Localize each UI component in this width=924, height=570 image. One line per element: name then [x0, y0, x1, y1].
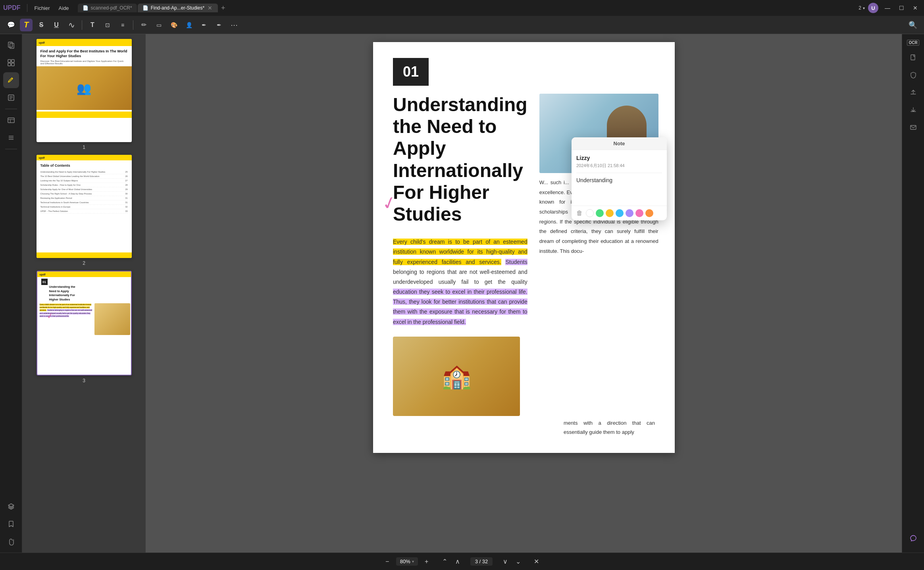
color-blue[interactable]: [616, 209, 624, 217]
right-panel: OCR: [902, 34, 924, 553]
pencil-tool[interactable]: ✏: [137, 19, 150, 31]
page-count-display: 2 ▾: [859, 5, 865, 11]
wavy-underline-tool[interactable]: ∿: [65, 19, 78, 31]
rpanel-download[interactable]: [905, 102, 921, 118]
rpanel-chat[interactable]: [905, 530, 921, 546]
tab-find[interactable]: 📄 Find-and-Ap...er-Studies* ✕: [138, 4, 218, 12]
current-page[interactable]: 3: [475, 558, 478, 564]
note-content[interactable]: Understanding: [576, 177, 662, 201]
svg-rect-4: [8, 63, 11, 66]
sidebar-icon-thumbnails[interactable]: [3, 55, 19, 71]
tab-close-icon[interactable]: ✕: [207, 5, 213, 11]
text-tool[interactable]: T: [86, 19, 99, 31]
titlebar-right: 2 ▾ U — ☐ ✕: [859, 3, 921, 13]
thumb2-num: 2: [83, 260, 85, 266]
search-tool[interactable]: 🔍: [907, 19, 919, 31]
signature-tool[interactable]: ✒: [198, 19, 210, 31]
thumbnail-1[interactable]: updf Find and Apply For the Best Institu…: [27, 39, 141, 150]
toc-item-2: The 10 Best Global Universities Leading …: [40, 174, 128, 179]
sidebar-icon-annotate[interactable]: [3, 72, 19, 88]
svg-rect-10: [8, 118, 14, 123]
menu-aide[interactable]: Aide: [55, 4, 73, 13]
new-tab-button[interactable]: +: [219, 4, 228, 12]
sidebar-icon-bookmark[interactable]: [3, 516, 19, 532]
sidebar-icon-pages[interactable]: [3, 37, 19, 53]
sidebar-icon-layers[interactable]: [3, 499, 19, 514]
svg-rect-5: [12, 63, 14, 66]
nav-next-button[interactable]: ∨: [500, 556, 511, 567]
minimize-button[interactable]: —: [882, 4, 893, 12]
window-controls: — ☐ ✕: [882, 4, 921, 12]
rpanel-extract[interactable]: [905, 50, 921, 65]
pen2-tool[interactable]: ✒: [213, 19, 225, 31]
toc-item-5: Scholarship Apply for One of Most Global…: [40, 187, 128, 192]
strikethrough-tool[interactable]: S: [35, 19, 48, 31]
tabs-bar: 📄 scanned-pdf_OCR* 📄 Find-and-Ap...er-St…: [78, 4, 854, 12]
svg-rect-16: [911, 55, 915, 60]
nav-controls-down: ∨ ⌄: [500, 556, 524, 567]
nav-controls: ⌃ ∧: [439, 556, 463, 567]
color-purple[interactable]: [626, 209, 633, 217]
zoom-out-button[interactable]: −: [382, 556, 393, 567]
underline-tool[interactable]: U: [50, 19, 63, 31]
color-orange[interactable]: [645, 209, 653, 217]
rpanel-protect[interactable]: [905, 67, 921, 83]
svg-rect-3: [12, 60, 14, 62]
textbox-tool[interactable]: ⊡: [101, 19, 114, 31]
close-button[interactable]: ✕: [910, 4, 921, 12]
thumb1-subtitle: Discover The Best Educational Institute …: [37, 60, 132, 66]
rpanel-share[interactable]: [905, 85, 921, 100]
rpanel-mail[interactable]: [905, 119, 921, 135]
more-tool[interactable]: ⋯: [228, 19, 241, 31]
nav-first-button[interactable]: ⌃: [439, 556, 450, 567]
note-footer: 🗑: [572, 206, 667, 220]
align-tool[interactable]: ≡: [116, 19, 129, 31]
highlight-tool[interactable]: T: [20, 19, 33, 31]
thumbnail-panel: updf Find and Apply For the Best Institu…: [22, 34, 146, 553]
user-avatar[interactable]: U: [868, 3, 878, 13]
maximize-button[interactable]: ☐: [896, 4, 907, 12]
toc-item-10: UPDF - The Perfect Solution33: [40, 209, 128, 214]
comment-tool[interactable]: 💬: [5, 19, 17, 31]
nav-close-button[interactable]: ✕: [531, 558, 542, 565]
rpanel-ocr[interactable]: OCR: [905, 37, 921, 48]
nav-prev-button[interactable]: ∧: [452, 556, 463, 567]
color-green[interactable]: [596, 209, 604, 217]
zoom-level-display[interactable]: 80% ▾: [396, 557, 418, 566]
svg-rect-17: [911, 125, 916, 129]
app-logo: UPDF: [3, 4, 21, 12]
sidebar-icon-clip[interactable]: [3, 533, 19, 549]
color-white[interactable]: [586, 209, 594, 217]
total-pages: 32: [482, 558, 488, 564]
toc-item-4: Scholarship Rules - How to Apply for One…: [40, 183, 128, 187]
color-picker-row: [586, 209, 653, 217]
sidebar-icon-table[interactable]: [3, 112, 19, 128]
menu-fichier[interactable]: Fichier: [31, 4, 54, 13]
sidebar-icon-list[interactable]: [3, 130, 19, 146]
color-picker-tool[interactable]: 🎨: [167, 19, 180, 31]
menu-bar: Fichier Aide: [31, 4, 73, 13]
thumbnail-3[interactable]: updf 01 Understanding the Need to Apply …: [27, 271, 141, 383]
stamp-tool[interactable]: 👤: [183, 19, 195, 31]
color-yellow[interactable]: [606, 209, 614, 217]
chapter-title: Understanding the Need to Apply Internat…: [393, 94, 527, 225]
thumb1-image: 👥: [37, 66, 132, 110]
color-pink[interactable]: [635, 209, 643, 217]
zoom-in-button[interactable]: +: [421, 556, 432, 567]
chapter-number: 01: [393, 58, 429, 86]
thumb1-title: Find and Apply For the Best Institutes I…: [40, 49, 128, 58]
svg-rect-2: [8, 60, 11, 62]
tab-scanned[interactable]: 📄 scanned-pdf_OCR*: [78, 4, 137, 12]
note-popup: Note Lizzy 2024年6月10日 21:58:44 Understan…: [572, 137, 667, 220]
thumb2-toc-title: Table of Contents: [40, 164, 128, 168]
sidebar-icon-notes[interactable]: [3, 90, 19, 106]
shape-tool[interactable]: ▭: [152, 19, 165, 31]
toc-item-6: Choosing The Right School - A Step-by-St…: [40, 192, 128, 196]
thumbnail-2[interactable]: updf Table of Contents Understanding the…: [27, 155, 141, 266]
left-column: Understanding the Need to Apply Internat…: [393, 94, 527, 416]
chevron-down-icon: ▾: [863, 6, 865, 10]
page-indicator: 3 / 32: [470, 557, 493, 566]
tab-scanned-label: scanned-pdf_OCR*: [91, 5, 132, 11]
note-delete-button[interactable]: 🗑: [576, 210, 583, 217]
nav-last-button[interactable]: ⌄: [512, 556, 524, 567]
